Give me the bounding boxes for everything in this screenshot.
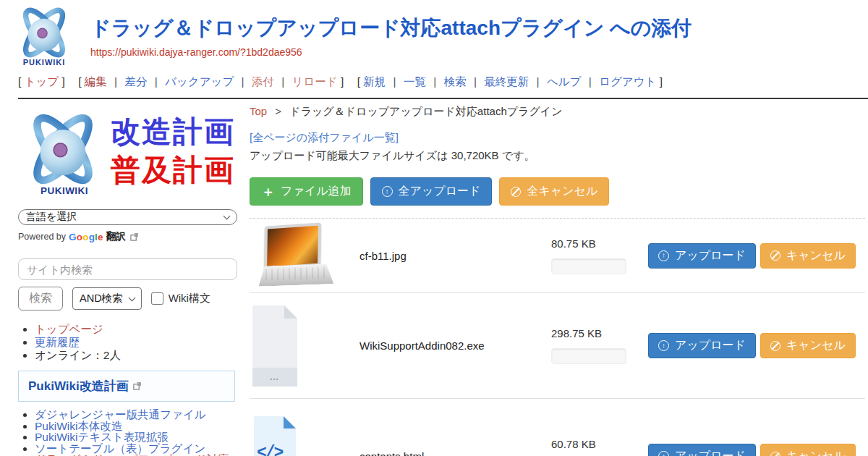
translate-label[interactable]: 翻訳 xyxy=(106,230,126,243)
google-translate-attribution: Powered by Google 翻訳 xyxy=(18,230,239,243)
top-nav: [ トップ ] [ 編集 | 差分 | バックアップ | 添付 | リロード ]… xyxy=(18,75,868,99)
plus-icon: ＋ xyxy=(261,187,275,197)
sidebar-item-history[interactable]: 更新履歴 xyxy=(35,336,80,348)
pukiwiki-logo[interactable]: PUKIWIKI xyxy=(9,4,80,69)
nav-reload[interactable]: リロード xyxy=(292,75,338,88)
external-link-icon xyxy=(130,233,138,241)
upload-label: アップロード xyxy=(675,248,746,263)
file-name: contents.html xyxy=(359,450,551,456)
nav-attach[interactable]: 添付 xyxy=(252,75,274,88)
breadcrumb-separator: > xyxy=(275,105,281,117)
main-content: Top > ドラッグ＆ドロップアップロード対応attachプラグイン [全ページ… xyxy=(239,99,868,456)
separator: | xyxy=(589,75,592,88)
separator: | xyxy=(155,75,158,88)
upload-circle-arrow-icon: ↑ xyxy=(658,451,669,456)
external-link-icon xyxy=(133,382,141,390)
html-file-icon: </> xyxy=(254,416,296,456)
separator: | xyxy=(281,75,284,88)
bracket: ] xyxy=(341,75,344,88)
upload-circle-arrow-icon: ↑ xyxy=(658,340,669,351)
sidebar-item-core-mod[interactable]: PukiWiki本体改造 xyxy=(35,420,122,432)
nav-diff[interactable]: 差分 xyxy=(124,75,147,88)
cancel-label: キャンセル xyxy=(786,248,846,263)
cancel-all-label: 全キャンセル xyxy=(527,184,597,199)
logo-brand-text: PUKIWIKI xyxy=(9,58,80,67)
upload-label: アップロード xyxy=(675,338,746,353)
add-files-label: ファイル追加 xyxy=(281,184,352,199)
nav-edit[interactable]: 編集 xyxy=(85,75,107,88)
language-select-value: 言語を選択 xyxy=(26,211,77,224)
site-home-link[interactable]: PukiWiki改造計画 xyxy=(28,379,129,393)
upload-all-label: 全アップロード xyxy=(399,184,481,199)
nav-top[interactable]: トップ xyxy=(25,75,59,88)
nav-help[interactable]: ヘルプ xyxy=(547,75,582,88)
ban-circle-icon xyxy=(511,187,521,197)
laptop-photo-thumbnail xyxy=(257,223,336,288)
upload-button[interactable]: ↑ アップロード xyxy=(648,444,756,456)
file-row: … WikiSupportAddin082.exe 298.75 KB ↑ アッ… xyxy=(250,293,865,399)
page-title: ドラッグ＆ドロップアップロード対応attachプラグイン への添付 xyxy=(90,16,868,41)
separator: | xyxy=(537,75,540,88)
breadcrumb-home[interactable]: Top xyxy=(250,105,267,117)
wiki-syntax-checkbox[interactable] xyxy=(151,292,163,305)
slogan-line2: 普及計画 xyxy=(111,151,239,190)
bracket: [ xyxy=(357,75,360,88)
page-url-link[interactable]: https://pukiwiki.dajya-ranger.com/?1bd2d… xyxy=(90,46,302,58)
file-row: </> contents.html 60.78 KB ↑ アップロード キャンセ… xyxy=(250,399,865,456)
cancel-button[interactable]: キャンセル xyxy=(760,333,856,358)
bracket: ] xyxy=(660,75,663,88)
upload-circle-arrow-icon: ↑ xyxy=(658,250,669,261)
add-files-button[interactable]: ＋ ファイル追加 xyxy=(250,177,363,206)
sidebar-nav-list-2: ダジャレンジャー版共通ファイル PukiWiki本体改造 PukiWikiテキス… xyxy=(18,409,239,456)
ban-circle-icon xyxy=(770,250,780,261)
wiki-syntax-option: Wiki構文 xyxy=(151,292,210,305)
language-select[interactable]: 言語を選択 xyxy=(18,209,237,225)
cancel-button[interactable]: キャンセル xyxy=(760,444,856,456)
online-count: オンライン：2人 xyxy=(35,349,121,361)
nav-new[interactable]: 新規 xyxy=(363,75,386,88)
nav-backup[interactable]: バックアップ xyxy=(165,75,234,88)
list-item: オンライン：2人 xyxy=(35,349,239,361)
site-title-box: PukiWiki改造計画 xyxy=(18,371,235,402)
nav-logout[interactable]: ログアウト xyxy=(599,75,656,88)
cancel-button[interactable]: キャンセル xyxy=(760,243,856,269)
cancel-label: キャンセル xyxy=(786,338,846,353)
all-attachments-link[interactable]: [全ページの添付ファイル一覧] xyxy=(250,131,399,145)
sidebar-item-dnd-attach[interactable]: ドラッグ＆ドロップアップロード対応attachプラグイン xyxy=(35,453,229,456)
separator: | xyxy=(114,75,117,88)
ban-circle-icon xyxy=(770,341,780,351)
search-input[interactable] xyxy=(18,258,237,280)
search-mode-select[interactable]: AND検索 xyxy=(72,287,142,310)
separator: | xyxy=(433,75,436,88)
upload-all-button[interactable]: ↑ 全アップロード xyxy=(370,177,493,206)
logo-brand-text: PUKIWIKI xyxy=(18,185,111,196)
upload-button[interactable]: ↑ アップロード xyxy=(648,333,756,358)
upload-button[interactable]: ↑ アップロード xyxy=(648,243,756,269)
sidebar-logo-banner[interactable]: PUKIWIKI 改造計画 普及計画 xyxy=(18,109,239,200)
bracket: [ xyxy=(78,75,81,88)
upload-circle-arrow-icon: ↑ xyxy=(382,186,393,197)
nav-list[interactable]: 一覧 xyxy=(404,75,426,88)
upload-queue-list: cf-b11.jpg 80.75 KB ↑ アップロード キャンセル xyxy=(250,218,865,456)
atom-icon xyxy=(13,4,75,62)
progress-bar xyxy=(551,348,626,364)
separator: | xyxy=(242,75,244,88)
sidebar-item-sort-table[interactable]: ソートテーブル（表）プラグイン xyxy=(35,442,205,455)
sidebar-item-text-ext[interactable]: PukiWikiテキスト表現拡張 xyxy=(35,431,169,443)
chevron-down-icon xyxy=(224,213,231,220)
generic-file-icon: … xyxy=(252,305,297,387)
cancel-all-button[interactable]: 全キャンセル xyxy=(499,177,609,206)
search-button[interactable]: 検索 xyxy=(18,287,63,311)
file-name: cf-b11.jpg xyxy=(359,250,551,262)
max-upload-size-text: アップロード可能最大ファイルサイズは 30,720KB です。 xyxy=(250,149,865,163)
list-item: ソートテーブル（表）プラグイン xyxy=(35,443,239,455)
nav-search[interactable]: 検索 xyxy=(444,75,467,88)
nav-recent[interactable]: 最終更新 xyxy=(484,75,529,88)
breadcrumb: Top > ドラッグ＆ドロップアップロード対応attachプラグイン xyxy=(250,105,865,119)
file-size: 298.75 KB xyxy=(551,327,637,339)
file-row: cf-b11.jpg 80.75 KB ↑ アップロード キャンセル xyxy=(250,219,865,293)
wiki-syntax-label: Wiki構文 xyxy=(169,292,210,305)
sidebar-item-common-files[interactable]: ダジャレンジャー版共通ファイル xyxy=(35,408,206,421)
sidebar-item-toppage[interactable]: トップページ xyxy=(35,323,103,335)
atom-icon xyxy=(18,109,108,190)
